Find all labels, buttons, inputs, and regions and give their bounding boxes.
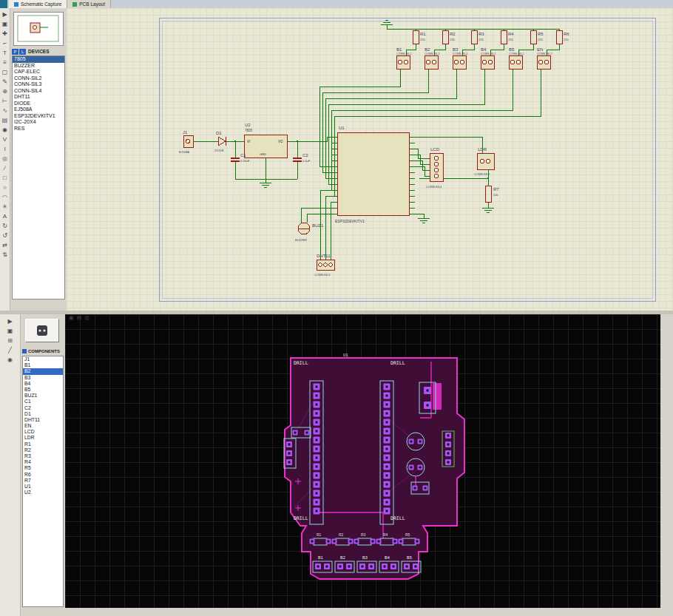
list-item-CONN-SIL3[interactable]: CONN-SIL3 <box>13 81 64 88</box>
list-item-RES[interactable]: RES <box>13 126 64 132</box>
list-item-U1[interactable]: U1 <box>23 484 63 490</box>
library-manager-button[interactable]: L <box>19 49 26 55</box>
pcb-toolbar-icon-1[interactable]: ▣ <box>69 315 74 321</box>
text-2d-icon[interactable]: A <box>1 211 10 221</box>
pcb-right-strip <box>660 314 673 616</box>
list-item-R7[interactable]: R7 <box>23 478 63 484</box>
device-pins-icon[interactable]: ⊢ <box>1 96 10 106</box>
component-mode-icon[interactable]: ▣ <box>1 19 10 29</box>
tab-schematic-capture[interactable]: Schematic Capture <box>9 0 67 8</box>
list-item-B3[interactable]: B3 <box>23 375 63 381</box>
list-item-B1[interactable]: B1 <box>23 362 63 368</box>
mirror-y-icon[interactable]: ⇅ <box>1 250 10 260</box>
c2-component[interactable]: C2 0.1uF <box>293 153 311 163</box>
path-2d-icon[interactable]: ✳ <box>1 202 10 211</box>
u2-component[interactable]: U2 7805 VI VO GND <box>244 123 287 158</box>
list-item-R3[interactable]: R3 <box>23 453 63 459</box>
tape-recorder-icon[interactable]: ▤ <box>1 115 10 125</box>
list-item-D1[interactable]: D1 <box>23 411 63 417</box>
c1-value: 0.33uF <box>240 159 250 163</box>
dht11-ref: DHT11 <box>317 254 331 258</box>
list-item-I2C-20X4[interactable]: I2C-20X4 <box>13 119 64 126</box>
list-item-EJ508A[interactable]: EJ508A <box>13 106 64 113</box>
list-item-CONN-SIL2[interactable]: CONN-SIL2 <box>13 75 64 82</box>
list-item-7805[interactable]: 7805 <box>13 56 64 63</box>
pick-devices-button[interactable]: P <box>12 49 18 55</box>
list-item-LCD[interactable]: LCD <box>23 429 63 435</box>
d1-ref: D1 <box>216 131 222 135</box>
tab-pcb-layout[interactable]: PCB Layout <box>67 0 111 8</box>
schematic-drawing: R1220B1CONN-SIL2R2220B2CONN-SIL2R3220B3C… <box>67 8 673 311</box>
list-item-C1[interactable]: C1 <box>23 399 63 405</box>
virtual-instruments-icon[interactable]: ◎ <box>1 154 10 163</box>
list-item-J1[interactable]: J1 <box>23 356 63 362</box>
selection-mode-icon[interactable]: ▶ <box>6 317 15 326</box>
lcd-component[interactable]: LCD CONN-SIL4 <box>426 147 443 189</box>
app-icon[interactable] <box>0 0 7 8</box>
list-item-R1[interactable]: R1 <box>23 441 63 447</box>
devices-list[interactable]: 7805BUZZERCAP-ELECCONN-SIL2CONN-SIL3CONN… <box>12 55 65 299</box>
selection-mode-icon[interactable]: ▶ <box>1 10 10 19</box>
list-item-B4[interactable]: B4 <box>23 381 63 387</box>
j1-component[interactable]: J1 EJ508A <box>179 130 193 154</box>
rotate-ccw-icon[interactable]: ↺ <box>1 231 10 240</box>
document-tab-bar: Schematic Capture PCB Layout <box>0 0 673 8</box>
text-script-icon[interactable]: T <box>1 48 10 58</box>
bus-mode-icon[interactable]: ≡ <box>1 58 10 67</box>
list-item-DHT11[interactable]: DHT11 <box>23 417 63 423</box>
pcb-mode-toolbar: ▶▣⊞╱◉ <box>0 314 21 616</box>
u1-component[interactable]: U1 ESP32DEVKITV1 <box>335 126 409 223</box>
list-item-DIODE[interactable]: DIODE <box>13 101 64 107</box>
line-2d-icon[interactable]: ∕ <box>1 163 10 173</box>
instant-edit-icon[interactable]: ✎ <box>1 77 10 87</box>
via-icon[interactable]: ◉ <box>6 355 15 365</box>
bank-resistor-ref: R6 <box>564 32 569 36</box>
overview-preview[interactable] <box>13 12 64 46</box>
list-item-R5[interactable]: R5 <box>23 465 63 471</box>
list-item-BUZ1[interactable]: BUZ1 <box>23 393 63 399</box>
track-mode-icon[interactable]: ╱ <box>6 345 15 355</box>
list-item-B5[interactable]: B5 <box>23 387 63 393</box>
junction-dot-icon[interactable]: ✚ <box>1 29 10 38</box>
list-item-DHT11[interactable]: DHT11 <box>13 94 64 101</box>
list-item-BUZZER[interactable]: BUZZER <box>13 63 64 70</box>
list-item-R6[interactable]: R6 <box>23 472 63 478</box>
list-item-EN[interactable]: EN <box>23 423 63 429</box>
subcircuit-icon[interactable]: ▢ <box>1 67 10 77</box>
component-mode-icon[interactable]: ▣ <box>6 326 15 336</box>
r7-component[interactable]: R7 10k <box>485 186 499 202</box>
buz1-value: BUZZER <box>295 238 307 242</box>
list-item-CAP-ELEC[interactable]: CAP-ELEC <box>13 69 64 75</box>
package-mode-icon[interactable]: ⊞ <box>6 336 15 345</box>
schematic-canvas[interactable]: R1220B1CONN-SIL2R2220B2CONN-SIL2R3220B3C… <box>67 8 673 311</box>
components-list[interactable]: J1B1B2B3B4B5BUZ1C1C2D1DHT11ENLCDLDRR1R2R… <box>22 356 64 607</box>
circle-2d-icon[interactable]: ○ <box>1 183 10 192</box>
current-probe-icon[interactable]: I <box>1 144 10 154</box>
footprint-preview-button[interactable] <box>25 319 59 342</box>
list-item-CONN-SIL4[interactable]: CONN-SIL4 <box>13 88 64 95</box>
pcb-canvas[interactable]: ▣ ▤ ▥ R1R2R3R4R5B1B2B3B4B5 DRILL DRILL D… <box>65 314 660 608</box>
generator-mode-icon[interactable]: ◉ <box>1 125 10 135</box>
list-item-R4[interactable]: R4 <box>23 459 63 465</box>
pcb-toolbar-icon-3[interactable]: ▥ <box>84 315 89 321</box>
dht11-component[interactable]: DHT11 CONN-SIL3 <box>314 254 334 277</box>
wire-label-icon[interactable]: ⌐ <box>1 38 10 48</box>
box-2d-icon[interactable]: □ <box>1 173 10 183</box>
rotate-cw-icon[interactable]: ↻ <box>1 221 10 231</box>
pcb-toolbar-icon-2[interactable]: ▤ <box>77 315 82 321</box>
ldr-component[interactable]: LDR CONN-SIL2 <box>474 147 494 176</box>
list-item-ESP32DEVKITV1[interactable]: ESP32DEVKITV1 <box>13 113 64 120</box>
voltage-probe-icon[interactable]: V <box>1 135 10 144</box>
conn-row-label: B4 <box>385 555 390 560</box>
list-item-R2[interactable]: R2 <box>23 447 63 453</box>
terminals-icon[interactable]: ⊕ <box>1 87 10 96</box>
mirror-x-icon[interactable]: ⇄ <box>1 240 10 250</box>
graph-mode-icon[interactable]: ∿ <box>1 106 10 115</box>
resistor-row-label: R1 <box>317 532 322 537</box>
list-item-B2[interactable]: B2 <box>23 368 63 374</box>
list-item-LDR[interactable]: LDR <box>23 435 63 441</box>
arc-2d-icon[interactable]: ◠ <box>1 192 10 202</box>
buz1-component[interactable]: BUZ1 BUZZER <box>295 223 324 242</box>
list-item-C2[interactable]: C2 <box>23 405 63 411</box>
list-item-U2[interactable]: U2 <box>23 490 63 495</box>
